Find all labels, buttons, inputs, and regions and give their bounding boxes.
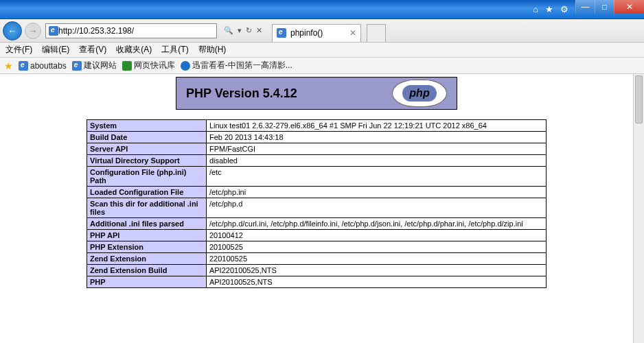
table-row: Zend Extension BuildAPI220100525,NTS: [87, 265, 547, 276]
forward-button[interactable]: →: [25, 23, 41, 39]
phpinfo-key: Scan this dir for additional .ini files: [87, 198, 207, 218]
phpinfo-key: PHP Extension: [87, 241, 207, 253]
table-row: PHPAPI20100525,NTS: [87, 276, 547, 288]
maximize-button[interactable]: □: [595, 0, 614, 14]
phpinfo-value: Linux test01 2.6.32-279.el6.x86_64 #1 SM…: [206, 120, 546, 132]
table-row: SystemLinux test01 2.6.32-279.el6.x86_64…: [87, 120, 547, 132]
table-row: Loaded Configuration File/etc/php.ini: [87, 187, 547, 198]
address-controls: 🔍 ▾ ↻ ✕: [220, 26, 266, 35]
phpinfo-value: /etc/php.ini: [206, 187, 546, 198]
close-button[interactable]: ✕: [614, 0, 644, 14]
phpinfo-key: Zend Extension Build: [87, 265, 207, 276]
ie-page-icon: [49, 26, 58, 36]
phpinfo-key: Loaded Configuration File: [87, 187, 207, 198]
fav-abouttabs[interactable]: abouttabs: [19, 61, 67, 71]
php-logo: php: [392, 80, 447, 107]
phpinfo-value: 220100525: [206, 253, 546, 265]
phpinfo-key: Virtual Directory Support: [87, 155, 207, 167]
table-row: PHP API20100412: [87, 230, 547, 241]
vertical-scrollbar[interactable]: [633, 74, 644, 343]
dropdown-icon[interactable]: ▾: [238, 26, 242, 35]
phpinfo-key: Configuration File (php.ini) Path: [87, 167, 207, 187]
xunlei-icon: [181, 61, 190, 71]
phpinfo-key: Build Date: [87, 132, 207, 143]
fav-xunlei[interactable]: 迅雷看看-中国第一高清影...: [181, 60, 292, 71]
menu-tools[interactable]: 工具(T): [161, 44, 188, 56]
ie-fav-icon: [19, 61, 28, 71]
ie-fav-icon: [72, 61, 82, 71]
phpinfo-key: Additional .ini files parsed: [87, 218, 207, 230]
home-icon[interactable]: ⌂: [533, 4, 538, 14]
favorites-star-icon[interactable]: ★: [545, 4, 553, 14]
tools-gear-icon[interactable]: ⚙: [560, 4, 568, 14]
phpinfo-key: PHP: [87, 276, 207, 288]
fav-webslice[interactable]: 网页快讯库: [122, 60, 175, 71]
refresh-icon[interactable]: ↻: [246, 26, 252, 35]
phpinfo-key: Zend Extension: [87, 253, 207, 265]
address-url: http://10.253.32.198/: [58, 26, 134, 36]
table-row: Configuration File (php.ini) Path/etc: [87, 167, 547, 187]
phpinfo-key: Server API: [87, 143, 207, 155]
phpinfo-value: 20100525: [206, 241, 546, 253]
php-version-title: PHP Version 5.4.12: [186, 86, 297, 101]
phpinfo-value: Feb 20 2013 14:43:18: [206, 132, 546, 143]
table-row: Scan this dir for additional .ini files/…: [87, 198, 547, 218]
phpinfo-value: /etc/php.d: [206, 198, 546, 218]
phpinfo-value: /etc: [206, 167, 546, 187]
phpinfo-key: PHP API: [87, 230, 207, 241]
table-row: Server APIFPM/FastCGI: [87, 143, 547, 155]
tab-title: phpinfo(): [290, 28, 323, 38]
ie-tab-icon: [277, 28, 286, 38]
back-button[interactable]: ←: [3, 21, 22, 40]
search-icon[interactable]: 🔍: [224, 26, 233, 35]
phpinfo-table: SystemLinux test01 2.6.32-279.el6.x86_64…: [87, 119, 547, 288]
phpinfo-value: API220100525,NTS: [206, 265, 546, 276]
tab-phpinfo[interactable]: phpinfo() ✕: [272, 24, 361, 42]
menu-help[interactable]: 帮助(H): [198, 44, 227, 56]
menu-bar: 文件(F) 编辑(E) 查看(V) 收藏夹(A) 工具(T) 帮助(H): [0, 43, 644, 58]
phpinfo-key: System: [87, 120, 207, 132]
tab-close-icon[interactable]: ✕: [349, 28, 356, 38]
minimize-button[interactable]: —: [575, 0, 595, 14]
scrollbar-thumb[interactable]: [635, 75, 643, 123]
webslice-icon: [122, 61, 132, 71]
phpinfo-value: disabled: [206, 155, 546, 167]
browser-navbar: ← → http://10.253.32.198/ 🔍 ▾ ↻ ✕ phpinf…: [0, 19, 644, 43]
phpinfo-value: API20100525,NTS: [206, 276, 546, 288]
table-row: Build DateFeb 20 2013 14:43:18: [87, 132, 547, 143]
new-tab-button[interactable]: [367, 24, 386, 42]
page-content: PHP Version 5.4.12 php SystemLinux test0…: [0, 74, 633, 343]
phpinfo-value: 20100412: [206, 230, 546, 241]
window-titlebar: ⌂ ★ ⚙ — □ ✕: [0, 0, 644, 19]
phpinfo-value: /etc/php.d/curl.ini, /etc/php.d/fileinfo…: [206, 218, 546, 230]
stop-icon[interactable]: ✕: [256, 26, 262, 35]
menu-edit[interactable]: 编辑(E): [42, 44, 69, 56]
favorites-bar: ★ abouttabs 建议网站 网页快讯库 迅雷看看-中国第一高清影...: [0, 58, 644, 74]
phpinfo-value: FPM/FastCGI: [206, 143, 546, 155]
table-row: Zend Extension220100525: [87, 253, 547, 265]
php-version-header: PHP Version 5.4.12 php: [176, 77, 457, 110]
address-bar[interactable]: http://10.253.32.198/: [45, 23, 217, 38]
menu-favorites[interactable]: 收藏夹(A): [116, 44, 152, 56]
menu-file[interactable]: 文件(F): [5, 44, 32, 56]
table-row: Virtual Directory Supportdisabled: [87, 155, 547, 167]
fav-suggested-sites[interactable]: 建议网站: [72, 60, 117, 71]
table-row: Additional .ini files parsed/etc/php.d/c…: [87, 218, 547, 230]
add-favorite-icon[interactable]: ★: [4, 60, 13, 71]
table-row: PHP Extension20100525: [87, 241, 547, 253]
menu-view[interactable]: 查看(V): [79, 44, 106, 56]
